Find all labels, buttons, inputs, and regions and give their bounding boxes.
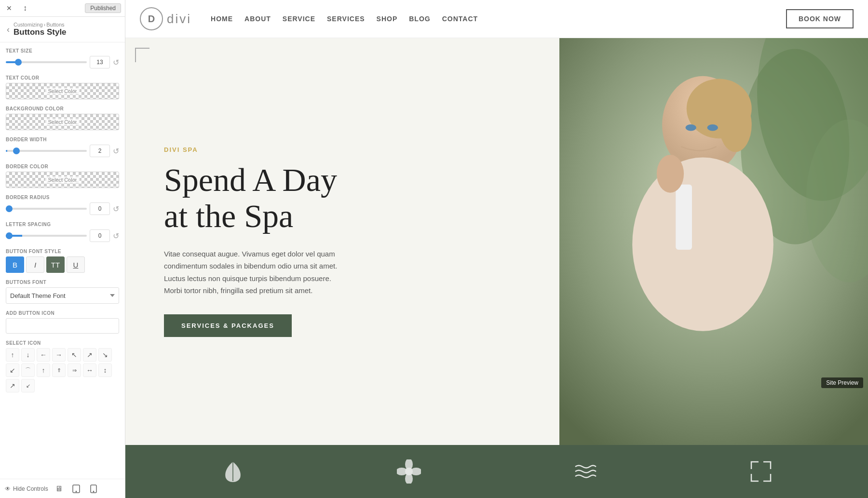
logo-circle: D xyxy=(140,7,163,30)
breadcrumb-child: Buttons xyxy=(46,22,64,27)
button-font-style-label: BUTTON FONT STYLE xyxy=(6,249,119,254)
site-nav: HOME ABOUT SERVICE SERVICES SHOP BLOG CO… xyxy=(211,15,478,23)
font-style-row: B I TT U xyxy=(6,256,119,273)
select-icon-group: SELECT ICON ↑ ↓ ← → ↖ ↗ ↘ ↙ ⌒ ↑ ⇑ ⇒ ↔ ↕ … xyxy=(6,340,119,392)
icon-item-diag[interactable]: ↗ xyxy=(6,379,19,392)
nav-home[interactable]: HOME xyxy=(211,15,233,23)
font-style-tt-btn[interactable]: TT xyxy=(46,256,65,273)
mobile-preview-button[interactable] xyxy=(87,482,100,496)
bg-color-select-label: Select Color xyxy=(45,119,80,125)
text-color-label: TEXT COLOR xyxy=(6,75,119,81)
nav-services[interactable]: SERVICES xyxy=(327,15,365,23)
text-color-group: TEXT COLOR Select Color xyxy=(6,75,119,99)
desktop-preview-button[interactable]: 🖥 xyxy=(52,482,66,496)
divi-logo: D divi xyxy=(140,7,191,30)
left-panel: ✕ ↕ Published ‹ Customizing › Buttons Bu… xyxy=(0,0,125,498)
text-color-select-label: Select Color xyxy=(45,88,80,94)
hero-title-line1: Spend A Day xyxy=(164,162,337,198)
book-now-button[interactable]: BOOK NOW xyxy=(786,9,854,28)
icon-item-upright[interactable]: ↗ xyxy=(83,348,96,362)
border-width-reset[interactable]: ↺ xyxy=(113,147,119,156)
icon-item-double-up[interactable]: ⇑ xyxy=(52,363,66,377)
text-size-reset[interactable]: ↺ xyxy=(113,58,119,67)
icon-item-upleft[interactable]: ↖ xyxy=(68,348,81,362)
footer-icon-flower xyxy=(397,459,421,484)
panel-content: TEXT SIZE 13 ↺ TEXT COLOR Select Color B… xyxy=(0,42,125,479)
bg-color-swatch[interactable]: Select Color xyxy=(6,114,119,130)
footer-icon-waves xyxy=(573,459,597,484)
letter-spacing-group: LETTER SPACING 0 ↺ xyxy=(6,222,119,242)
tablet-preview-button[interactable] xyxy=(69,482,83,496)
svg-point-12 xyxy=(632,158,773,331)
published-badge[interactable]: Published xyxy=(85,3,121,13)
logo-letter: D xyxy=(148,13,155,25)
sort-button[interactable]: ↕ xyxy=(18,3,32,13)
nav-contact[interactable]: CONTACT xyxy=(442,15,478,23)
add-icon-input[interactable]: Yes xyxy=(6,318,119,334)
border-width-slider[interactable] xyxy=(6,150,87,152)
nav-shop[interactable]: SHOP xyxy=(377,15,398,23)
letter-spacing-reset[interactable]: ↺ xyxy=(113,231,119,241)
border-color-group: BORDER COLOR Select Color xyxy=(6,164,119,188)
text-color-swatch[interactable]: Select Color xyxy=(6,83,119,99)
expand-icon xyxy=(749,459,773,484)
border-radius-input[interactable]: 0 xyxy=(90,202,110,215)
nav-about[interactable]: ABOUT xyxy=(244,15,271,23)
icon-item-downleft[interactable]: ↙ xyxy=(6,363,19,377)
panel-footer: 👁 Hide Controls 🖥 xyxy=(0,479,125,498)
add-icon-label: ADD BUTTON ICON xyxy=(6,310,119,316)
icon-item-double-right[interactable]: ⇒ xyxy=(68,363,81,377)
svg-point-15 xyxy=(685,124,696,131)
font-style-underline-btn[interactable]: U xyxy=(67,256,85,273)
hero-title-line2: at the Spa xyxy=(164,198,293,234)
flower-icon xyxy=(397,459,421,484)
text-size-input[interactable]: 13 xyxy=(90,56,110,68)
icon-item-left[interactable]: ← xyxy=(37,348,50,362)
back-arrow-icon[interactable]: ‹ xyxy=(7,25,10,35)
icon-item-right[interactable]: → xyxy=(52,348,66,362)
icon-item-curve2[interactable]: ↙ xyxy=(21,379,35,392)
breadcrumb-arrow: › xyxy=(44,22,46,27)
logo-text: divi xyxy=(167,12,191,27)
buttons-font-select[interactable]: Default Theme Font xyxy=(6,287,119,304)
font-style-bold-btn[interactable]: B xyxy=(6,256,24,273)
text-size-label: TEXT SIZE xyxy=(6,48,119,54)
border-radius-slider[interactable] xyxy=(6,208,87,210)
border-radius-reset[interactable]: ↺ xyxy=(113,204,119,214)
services-packages-button[interactable]: SERVICES & PACKAGES xyxy=(164,314,292,337)
site-header: D divi HOME ABOUT SERVICE SERVICES SHOP … xyxy=(125,0,868,38)
footer-icon-expand xyxy=(749,459,773,484)
border-color-swatch[interactable]: Select Color xyxy=(6,172,119,188)
icon-item-down[interactable]: ↓ xyxy=(21,348,35,362)
hero-left: DIVI SPA Spend A Day at the Spa Vitae co… xyxy=(125,38,559,445)
letter-spacing-input[interactable]: 0 xyxy=(90,229,110,242)
bg-color-group: BACKGROUND COLOR Select Color xyxy=(6,106,119,130)
site-preview-badge[interactable]: Site Preview xyxy=(821,377,863,388)
letter-spacing-label: LETTER SPACING xyxy=(6,222,119,227)
text-size-slider[interactable] xyxy=(6,61,87,63)
hero-section: DIVI SPA Spend A Day at the Spa Vitae co… xyxy=(125,38,868,445)
close-button[interactable]: ✕ xyxy=(4,3,14,13)
icon-item-curve[interactable]: ⌒ xyxy=(21,363,35,377)
hide-controls-label: Hide Controls xyxy=(13,485,48,492)
icon-item-horiz[interactable]: ↔ xyxy=(83,363,96,377)
icon-item-vert[interactable]: ↕ xyxy=(98,363,112,377)
footer-strip xyxy=(125,445,868,498)
icon-grid: ↑ ↓ ← → ↖ ↗ ↘ ↙ ⌒ ↑ ⇑ ⇒ ↔ ↕ ↗ ↙ xyxy=(6,348,119,392)
icon-item-up2[interactable]: ↑ xyxy=(37,363,50,377)
text-size-group: TEXT SIZE 13 ↺ xyxy=(6,48,119,68)
border-width-input[interactable]: 2 xyxy=(90,145,110,157)
corner-decoration xyxy=(135,48,149,62)
icon-item-up[interactable]: ↑ xyxy=(6,348,19,362)
hide-controls-button[interactable]: 👁 Hide Controls xyxy=(5,485,48,492)
letter-spacing-slider[interactable] xyxy=(6,235,87,237)
font-style-italic-btn[interactable]: I xyxy=(26,256,44,273)
buttons-font-label: BUTTONS FONT xyxy=(6,280,119,285)
nav-blog[interactable]: BLOG xyxy=(409,15,430,23)
border-color-label: BORDER COLOR xyxy=(6,164,119,169)
border-color-select-label: Select Color xyxy=(45,176,80,183)
nav-service[interactable]: SERVICE xyxy=(283,15,315,23)
icon-item-downright[interactable]: ↘ xyxy=(98,348,112,362)
border-radius-label: BORDER RADIUS xyxy=(6,195,119,200)
breadcrumb: Customizing › Buttons Buttons Style xyxy=(14,22,67,37)
